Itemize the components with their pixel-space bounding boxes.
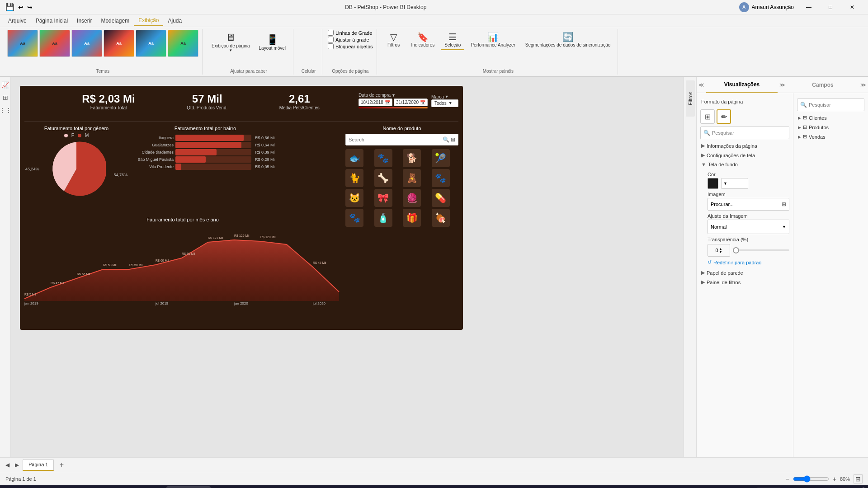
trans-input[interactable]: 0 ▲ ▼ (708, 244, 730, 257)
indicadores-btn[interactable]: 🔖 Indicadores (408, 30, 439, 50)
product-item-12[interactable]: 💊 (432, 189, 450, 207)
color-swatch[interactable] (708, 178, 718, 189)
taskview-btn[interactable]: ⧉ (40, 486, 54, 488)
start-btn[interactable]: ⊞ (4, 486, 18, 488)
formato-section[interactable]: Formato da página (700, 97, 789, 107)
product-item-9[interactable]: 🐱 (345, 189, 363, 207)
ajustar-grade-label[interactable]: Ajustar à grade (328, 37, 373, 42)
produtos-item[interactable]: ▶ ⊞ Produtos (797, 122, 864, 132)
sidebar-icon-table[interactable]: ⊞ (1, 93, 10, 102)
product-item-6[interactable]: 🦴 (374, 169, 392, 187)
page-add-btn[interactable]: + (56, 459, 67, 471)
filtros-tab[interactable]: Filtros (686, 80, 695, 117)
page-next-btn[interactable]: ▶ (13, 461, 21, 469)
menu-ajuda[interactable]: Ajuda (163, 16, 186, 26)
viz-tab[interactable]: Visualizações (706, 77, 778, 93)
theme-btn-3[interactable]: Aa (71, 30, 102, 57)
redo-icon[interactable]: ↪ (27, 4, 33, 11)
menu-inserir[interactable]: Inserir (72, 16, 96, 26)
explorer-btn[interactable]: 📁 (58, 486, 72, 488)
info-pagina-item[interactable]: ▶ Informações da página (700, 141, 789, 150)
reset-btn[interactable]: ↺ Redefinir para padrão (708, 259, 789, 265)
maximize-button[interactable]: □ (820, 0, 841, 14)
format-icon-1[interactable]: ⊞ (700, 109, 715, 124)
papel-parede-item[interactable]: ▶ Papel de parede (700, 268, 789, 277)
theme-btn-2[interactable]: Aa (39, 30, 70, 57)
product-item-16[interactable]: 🍖 (432, 209, 450, 227)
exibicao-pagina-btn[interactable]: 🖥 Exibição de página ▼ (208, 30, 254, 54)
vendas-item[interactable]: ▶ ⊞ Vendas (797, 132, 864, 141)
search-btn[interactable]: 🔍 (22, 486, 36, 488)
date-from[interactable]: 18/12/2018 📅 (359, 99, 392, 106)
color-dropdown[interactable]: ▼ (721, 178, 748, 189)
viz-expand-btn[interactable]: ≫ (778, 77, 787, 93)
painel-filtros-item[interactable]: ▶ Painel de filtros (700, 277, 789, 287)
active-app[interactable]: ▦ DB - PetShop (166, 486, 211, 488)
product-item-13[interactable]: 🐾 (345, 209, 363, 227)
filtros-btn[interactable]: ▽ Filtros (382, 30, 405, 50)
campos-expand-btn[interactable]: ≫ (859, 77, 868, 93)
campos-search-input[interactable] (809, 102, 868, 108)
product-item-5[interactable]: 🐈 (345, 169, 363, 187)
ajuste-dropdown[interactable]: Normal ▼ (708, 220, 789, 234)
page-tab-1[interactable]: Página 1 (23, 459, 54, 471)
procurar-btn[interactable]: Procurar... ⊞ (708, 198, 789, 211)
layout-movel-btn[interactable]: 📱 Layout móvel (255, 32, 289, 52)
viz-search-input[interactable] (712, 130, 786, 136)
spotify-btn[interactable]: ♫ (112, 486, 127, 488)
menu-arquivo[interactable]: Arquivo (4, 16, 31, 26)
zoom-plus[interactable]: + (833, 475, 836, 483)
zoom-minus[interactable]: − (786, 475, 789, 483)
trans-slider[interactable] (733, 249, 789, 251)
product-item-2[interactable]: 🐾 (374, 149, 392, 167)
product-item-1[interactable]: 🐟 (345, 149, 363, 167)
produto-search-box[interactable]: 🔍 ⊠ (345, 134, 458, 145)
menu-exibicao[interactable]: Exibição (134, 15, 163, 26)
zoom-slider[interactable] (793, 475, 829, 483)
page-prev-btn[interactable]: ◀ (4, 461, 11, 469)
product-item-14[interactable]: 🧴 (374, 209, 392, 227)
powerbi-btn[interactable]: ▦ (148, 486, 163, 488)
search-icon[interactable]: 🔍 (443, 136, 449, 143)
save-icon[interactable]: 💾 (5, 3, 14, 11)
linhas-grade-label[interactable]: Linhas de Grade (328, 30, 373, 36)
product-item-10[interactable]: 🎀 (374, 189, 392, 207)
config-tela-item[interactable]: ▶ Configurações de tela (700, 150, 789, 160)
edge-btn[interactable]: 🌐 (76, 486, 90, 488)
minimize-button[interactable]: — (798, 0, 819, 14)
trans-slider-thumb[interactable] (733, 247, 739, 253)
sidebar-icon-chart[interactable]: 📈 (1, 80, 10, 89)
menu-modelagem[interactable]: Modelagem (96, 16, 134, 26)
clientes-item[interactable]: ▶ ⊞ Clientes (797, 113, 864, 122)
product-item-4[interactable]: 🎾 (432, 149, 450, 167)
close-button[interactable]: ✕ (842, 0, 863, 14)
marca-dropdown[interactable]: Todos ▼ (431, 99, 458, 107)
word-btn[interactable]: W (130, 486, 145, 488)
bloquear-obj-checkbox[interactable] (328, 43, 334, 49)
performance-btn[interactable]: 📊 Performance Analyzer (467, 30, 519, 50)
theme-btn-1[interactable]: Aa (7, 30, 38, 57)
product-item-11[interactable]: 🧶 (403, 189, 421, 207)
selecao-btn[interactable]: ☰ Seleção (441, 30, 464, 50)
clear-icon[interactable]: ⊠ (451, 136, 455, 143)
fit-page-btn[interactable]: ⊞ (854, 474, 863, 483)
viz-search-box[interactable]: 🔍 (700, 127, 789, 139)
sidebar-icon-model[interactable]: ⋮⋮ (1, 106, 10, 115)
undo-icon[interactable]: ↩ (18, 4, 24, 11)
campos-tab[interactable]: Campos (787, 77, 859, 93)
canvas-area[interactable]: R$ 2,03 Mi Faturamento Total 57 Mil Qtd.… (11, 77, 684, 457)
date-to[interactable]: 31/12/2020 📅 (394, 99, 428, 106)
viz-collapse-btn[interactable]: ≪ (697, 77, 706, 93)
theme-btn-6[interactable]: Aa (168, 30, 198, 57)
product-item-7[interactable]: 🧸 (403, 169, 421, 187)
trans-up[interactable]: ▲ (719, 247, 722, 250)
format-icon-2[interactable]: ✏ (717, 109, 731, 124)
data-filter-arrow[interactable]: ▼ (392, 93, 396, 98)
date-slider[interactable] (359, 107, 428, 108)
linhas-grade-checkbox[interactable] (328, 30, 334, 36)
tela-fundo-header[interactable]: ▼ Tela de fundo (700, 160, 789, 169)
trans-down[interactable]: ▼ (719, 250, 722, 253)
bloquear-obj-label[interactable]: Bloquear objetos (328, 43, 373, 49)
product-item-8[interactable]: 🐾 (432, 169, 450, 187)
produto-search-input[interactable] (349, 137, 443, 142)
